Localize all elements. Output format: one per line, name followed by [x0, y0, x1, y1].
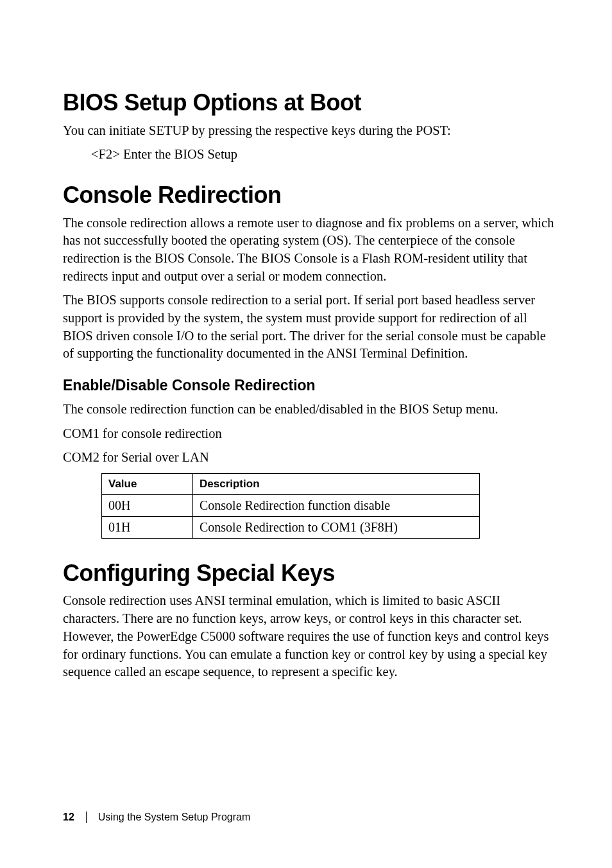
footer-divider-icon	[86, 812, 87, 823]
footer-section-title: Using the System Setup Program	[98, 812, 250, 823]
subheading-enable-disable: Enable/Disable Console Redirection	[63, 377, 556, 394]
paragraph-console-redirection-intro: The console redirection allows a remote …	[63, 214, 556, 286]
table-row: 01H Console Redirection to COM1 (3F8H)	[102, 516, 480, 538]
paragraph-com2: COM2 for Serial over LAN	[63, 449, 556, 467]
page-number: 12	[63, 812, 74, 823]
paragraph-f2-instruction: <F2> Enter the BIOS Setup	[91, 146, 556, 163]
table-cell-description: Console Redirection to COM1 (3F8H)	[193, 516, 480, 538]
paragraph-special-keys-desc: Console redirection uses ANSI terminal e…	[63, 592, 556, 681]
console-redirection-table: Value Description 00H Console Redirectio…	[101, 473, 480, 539]
table-header-description: Description	[193, 473, 480, 494]
heading-configuring-special-keys: Configuring Special Keys	[63, 560, 556, 586]
paragraph-setup-initiate: You can initiate SETUP by pressing the r…	[63, 122, 556, 140]
page-footer: 12 Using the System Setup Program	[63, 812, 250, 823]
table-cell-description: Console Redirection function disable	[193, 494, 480, 516]
paragraph-enable-disable-desc: The console redirection function can be …	[63, 401, 556, 419]
heading-console-redirection: Console Redirection	[63, 182, 556, 208]
table-row: 00H Console Redirection function disable	[102, 494, 480, 516]
table-header-value: Value	[102, 473, 193, 494]
paragraph-bios-serial-support: The BIOS supports console redirection to…	[63, 291, 556, 363]
table-cell-value: 01H	[102, 516, 193, 538]
table-header-row: Value Description	[102, 473, 480, 494]
heading-bios-setup-options: BIOS Setup Options at Boot	[63, 90, 556, 116]
paragraph-com1: COM1 for console redirection	[63, 425, 556, 443]
table-cell-value: 00H	[102, 494, 193, 516]
